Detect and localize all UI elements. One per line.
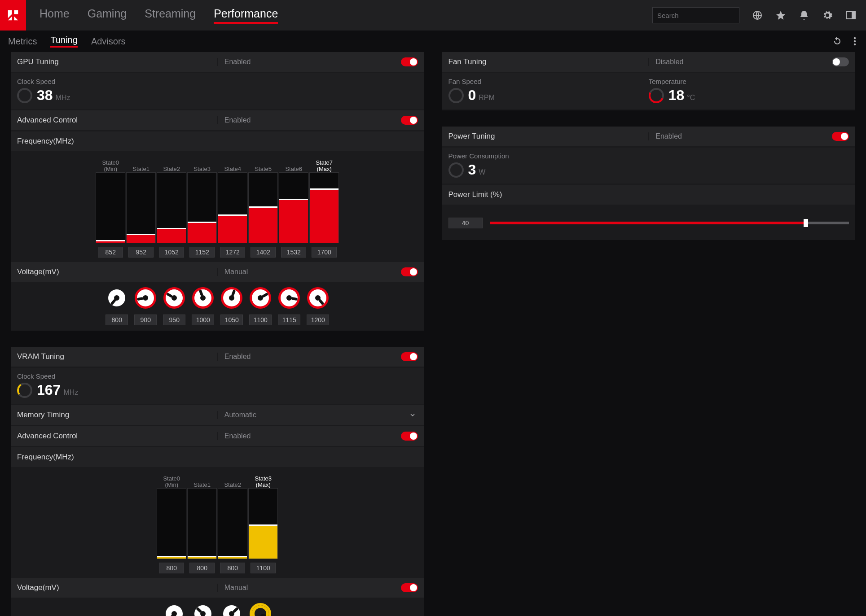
bar-body[interactable] [96, 172, 125, 243]
dial-value-input[interactable]: 950 [163, 315, 185, 325]
gear-icon[interactable] [822, 10, 833, 21]
power-limit-value[interactable]: 40 [448, 218, 483, 228]
dial-value-input[interactable]: 800 [106, 315, 128, 325]
bar-body[interactable] [187, 172, 217, 243]
bar-body[interactable] [218, 172, 247, 243]
gpu-state-bar[interactable]: State1952 [126, 157, 156, 258]
more-icon[interactable] [853, 36, 856, 47]
bar-value-input[interactable]: 1100 [251, 563, 276, 573]
vram-voltage-dial[interactable]: 1050 [247, 605, 273, 616]
search-input[interactable] [657, 12, 743, 19]
bar-body[interactable] [248, 488, 278, 559]
gpu-state-bar[interactable]: State51402 [248, 157, 278, 258]
dial-value-input[interactable]: 1115 [278, 315, 300, 325]
gpu-state-bar[interactable]: State21052 [157, 157, 186, 258]
bar-value-input[interactable]: 1272 [220, 247, 245, 258]
gpu-voltage-toggle[interactable] [401, 267, 418, 276]
bar-body[interactable] [218, 488, 247, 559]
fan-tuning-toggle[interactable] [832, 57, 849, 66]
gpu-state-bar[interactable]: State0 (Min)852 [96, 157, 125, 258]
gpu-voltage-dial[interactable]: 1200 [305, 289, 331, 325]
subtab-advisors[interactable]: Advisors [91, 36, 126, 47]
dial-icon[interactable] [194, 289, 211, 306]
nav-home[interactable]: Home [40, 7, 70, 24]
bar-body[interactable] [279, 172, 308, 243]
bar-body[interactable] [157, 488, 186, 559]
bar-body[interactable] [187, 488, 217, 559]
nav-gaming[interactable]: Gaming [88, 7, 127, 24]
vram-state-bar[interactable]: State3 (Max)1100 [248, 473, 278, 573]
bar-value-input[interactable]: 1402 [251, 247, 276, 258]
globe-icon[interactable] [752, 10, 763, 21]
gpu-state-bar[interactable]: State41272 [218, 157, 247, 258]
gpu-voltage-dial[interactable]: 1050 [219, 289, 245, 325]
subtab-metrics[interactable]: Metrics [8, 36, 37, 47]
vram-voltage-toggle[interactable] [401, 583, 418, 592]
nav-performance[interactable]: Performance [214, 7, 278, 24]
reset-icon[interactable] [832, 36, 843, 47]
gpu-voltage-dial[interactable]: 950 [161, 289, 187, 325]
dial-value-input[interactable]: 1050 [220, 315, 243, 325]
vram-tuning-toggle[interactable] [401, 352, 418, 361]
bar-body[interactable] [157, 172, 186, 243]
dial-icon[interactable] [281, 289, 298, 306]
dial-icon[interactable] [309, 289, 326, 306]
dial-icon[interactable] [166, 605, 183, 616]
dial-icon[interactable] [252, 289, 269, 306]
vram-freq-bars: State0 (Min)800State1800State2800State3 … [11, 468, 424, 578]
gpu-voltage-dial[interactable]: 1115 [276, 289, 302, 325]
vram-advanced-toggle[interactable] [401, 432, 418, 441]
nav-streaming[interactable]: Streaming [145, 7, 196, 24]
dial-value-input[interactable]: 1100 [249, 315, 272, 325]
vram-memtiming-row[interactable]: Memory Timing Automatic [11, 405, 424, 425]
dial-icon[interactable] [194, 605, 211, 616]
fan-tuning-title: Fan Tuning [442, 57, 648, 66]
chevron-down-icon[interactable] [409, 411, 416, 419]
dial-icon[interactable] [137, 289, 154, 306]
dial-value-input[interactable]: 1000 [192, 315, 214, 325]
power-limit-slider[interactable] [490, 222, 849, 224]
gpu-voltage-dial[interactable]: 1100 [247, 289, 273, 325]
bar-body[interactable] [126, 172, 156, 243]
vram-voltage-dial[interactable]: 800 [190, 605, 216, 616]
bar-value-input[interactable]: 852 [98, 247, 123, 258]
bar-body[interactable] [248, 172, 278, 243]
slider-thumb[interactable] [804, 219, 808, 227]
gpu-tuning-toggle[interactable] [401, 57, 418, 66]
bell-icon[interactable] [799, 10, 809, 21]
subtab-tuning[interactable]: Tuning [50, 35, 77, 48]
gpu-voltage-dial[interactable]: 900 [132, 289, 158, 325]
bar-value-input[interactable]: 800 [220, 563, 245, 573]
dial-icon[interactable] [223, 289, 240, 306]
bar-value-input[interactable]: 1700 [312, 247, 337, 258]
gpu-state-bar[interactable]: State61532 [279, 157, 308, 258]
dial-icon[interactable] [252, 605, 269, 616]
vram-voltage-label: Voltage(mV) [11, 583, 217, 592]
dial-value-input[interactable]: 900 [134, 315, 157, 325]
gpu-advanced-toggle[interactable] [401, 116, 418, 125]
vram-voltage-dial[interactable]: 800 [161, 605, 187, 616]
bar-value-input[interactable]: 952 [128, 247, 154, 258]
gpu-voltage-dial[interactable]: 800 [104, 289, 130, 325]
power-tuning-toggle[interactable] [832, 132, 849, 141]
star-icon[interactable] [775, 10, 786, 21]
dial-icon[interactable] [108, 289, 125, 306]
gpu-voltage-dial[interactable]: 1000 [190, 289, 216, 325]
dial-icon[interactable] [223, 605, 240, 616]
vram-state-bar[interactable]: State0 (Min)800 [157, 473, 186, 573]
gpu-state-bar[interactable]: State7 (Max)1700 [309, 157, 339, 258]
bar-value-input[interactable]: 1052 [159, 247, 184, 258]
gpu-state-bar[interactable]: State31152 [187, 157, 217, 258]
vram-state-bar[interactable]: State2800 [218, 473, 247, 573]
dial-icon[interactable] [166, 289, 183, 306]
bar-value-input[interactable]: 1532 [281, 247, 306, 258]
bar-value-input[interactable]: 800 [159, 563, 184, 573]
bar-body[interactable] [309, 172, 339, 243]
vram-voltage-dial[interactable]: 950 [219, 605, 245, 616]
vram-state-bar[interactable]: State1800 [187, 473, 217, 573]
bar-value-input[interactable]: 1152 [189, 247, 215, 258]
bar-value-input[interactable]: 800 [189, 563, 215, 573]
dial-value-input[interactable]: 1200 [307, 315, 329, 325]
search-box[interactable] [652, 7, 739, 23]
sidebar-toggle-icon[interactable] [845, 10, 856, 21]
